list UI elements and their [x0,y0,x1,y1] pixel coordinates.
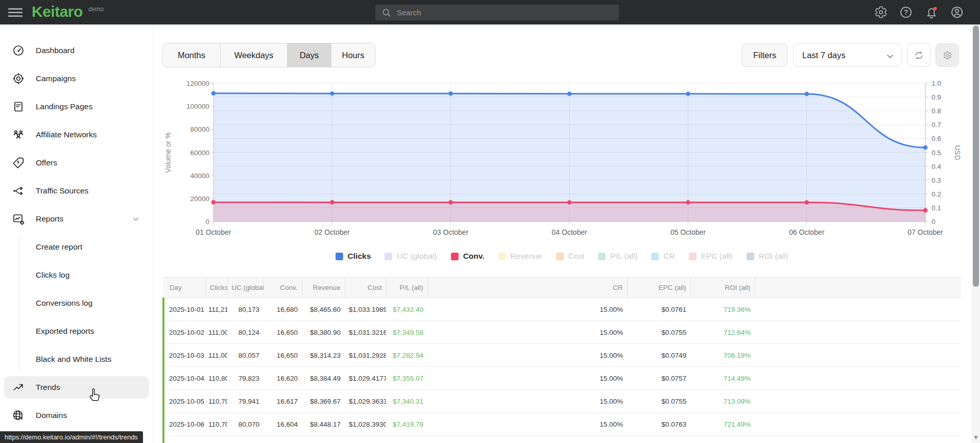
sidebar-item-exported-reports[interactable]: Exported reports [4,320,149,342]
data-point [211,200,216,205]
cell-spacer [755,367,961,390]
help-icon[interactable]: ? [899,6,913,19]
sidebar-item-domains[interactable]: Domains [4,404,149,427]
date-range-select[interactable]: Last 7 days [793,43,902,67]
sidebar-item-label: Dashboard [36,46,75,55]
data-point [330,200,334,205]
column-header-epc-all[interactable]: EPC (all) [627,278,690,298]
search-box[interactable] [375,5,619,20]
cell-day: 2025-10-07 [163,436,205,443]
sidebar-item-black-and-white-lists[interactable]: Black and White Lists [4,348,149,371]
scrollbar-thumb[interactable] [973,26,979,287]
column-header-cr[interactable]: CR [427,278,627,298]
keitaro-app: Keitaro demo ? DashboardCampaignsLanding… [0,0,980,443]
sidebar-item-dashboard[interactable]: Dashboard [4,39,149,62]
sidebar-item-traffic-sources[interactable]: Traffic Sources [4,180,149,202]
sidebar-item-create-report[interactable]: Create report [4,236,149,258]
chart-settings-button[interactable] [936,43,959,67]
column-header-p-l-all[interactable]: P/L (all) [386,278,427,298]
cell-p-l-all: $1,425.95 [386,436,427,443]
offers-icon: $ [12,157,25,169]
column-header-conv[interactable]: Conv. [264,278,302,298]
sidebar-item-label: Black and White Lists [36,355,111,364]
cell-day: 2025-10-06 [163,413,205,436]
svg-text:0.9: 0.9 [931,93,941,101]
cell-p-l-all: $7,340.31 [386,390,427,413]
sidebar-item-label: Campaigns [36,74,76,83]
data-point [686,91,690,96]
cell-cr: 15.00% [427,321,627,344]
legend-item-conv[interactable]: Conv. [451,252,485,261]
table-row: 2025-10-05110,79579,94116,617$8,369.67$1… [163,390,961,413]
column-header-day[interactable]: Day [163,278,205,298]
legend-item-clicks[interactable]: Clicks [336,252,371,261]
legend-label: ROI (all) [759,252,788,261]
scroll-down-arrow[interactable]: ▼ [972,434,979,441]
chevron-down-icon [132,215,140,223]
chart-legend: ClicksUC (global)Conv.RevenueCostP/L (al… [162,249,961,264]
column-header-roi-all[interactable]: ROI (all) [690,278,755,298]
sidebar-item-offers[interactable]: $Offers [4,152,149,174]
sidebar-item-campaigns[interactable]: Campaigns [4,67,149,90]
svg-text:0.3: 0.3 [931,177,941,184]
column-header-uc-global[interactable]: UC (global) [227,278,264,298]
cell-revenue: $1,962.34 [302,436,345,443]
column-header-clicks[interactable]: Clicks [205,278,227,298]
legend-label: EPC (all) [701,252,733,261]
tab-hours[interactable]: Hours [331,43,375,67]
cell-epc-all: $0.0763 [627,413,690,436]
legend-item-revenue[interactable]: Revenue [498,252,542,261]
cell-epc-all: $0.0749 [627,344,690,367]
cell-cost: $1,029.4177 [345,367,386,390]
legend-item-p-l-all[interactable]: P/L (all) [598,252,637,261]
sidebar-item-label: Create report [36,242,82,252]
brand-logo[interactable]: Keitaro [32,3,83,20]
legend-label: Conv. [463,252,485,261]
cell-clicks: 111,008 [205,321,227,344]
tab-months[interactable]: Months [163,43,221,67]
column-header-cost[interactable]: Cost [345,278,386,298]
svg-text:07 October: 07 October [907,228,943,236]
settings-icon[interactable] [874,6,888,19]
legend-item-cost[interactable]: Cost [556,252,585,261]
legend-item-uc-global[interactable]: UC (global) [385,252,437,261]
cell-cost: $537.3892 [345,436,386,443]
sidebar-item-reports[interactable]: Reports [4,208,149,230]
cell-conv: 16,650 [264,344,302,367]
svg-text:Volume or %: Volume or % [164,132,172,173]
cell-cost: $1,031.3216 [345,321,386,344]
menu-icon[interactable] [8,6,22,18]
legend-item-epc-all[interactable]: EPC (all) [689,252,733,261]
legend-label: CR [663,252,675,261]
cell-roi-all: 719.36% [690,298,755,321]
cell-epc-all: $0.0761 [627,298,690,321]
data-point [923,145,928,150]
notifications-icon[interactable] [925,6,938,19]
search-input[interactable] [397,8,591,17]
sidebar-item-trends[interactable]: Trends [4,376,149,399]
svg-text:03 October: 03 October [433,228,469,236]
svg-text:0.6: 0.6 [931,135,941,142]
svg-text:60000: 60000 [190,149,209,157]
sidebar-item-landings-pages[interactable]: Landings Pages [4,95,149,118]
legend-label: P/L (all) [610,252,637,261]
legend-swatch [498,253,506,260]
data-point [567,91,572,96]
period-tabs: MonthsWeekdaysDaysHours [162,43,375,67]
svg-text:20000: 20000 [190,195,209,203]
tab-weekdays[interactable]: Weekdays [221,43,288,67]
tab-days[interactable]: Days [288,43,331,67]
legend-item-roi-all[interactable]: ROI (all) [747,252,788,261]
legend-item-cr[interactable]: CR [651,252,675,261]
refresh-button[interactable] [907,43,930,67]
sidebar-item-conversions-log[interactable]: Conversions log [4,292,149,314]
sidebar-item-clicks-log[interactable]: Clicks log [4,264,149,286]
column-header-revenue[interactable]: Revenue [302,278,345,298]
legend-swatch [556,253,564,260]
data-point [567,200,572,205]
cell-cr: 15.00% [427,367,627,390]
filters-button[interactable]: Filters [742,43,788,67]
legend-label: Cost [568,252,585,261]
sidebar-item-affiliate-networks[interactable]: Affiliate Networks [4,124,149,146]
account-icon[interactable] [950,6,964,19]
